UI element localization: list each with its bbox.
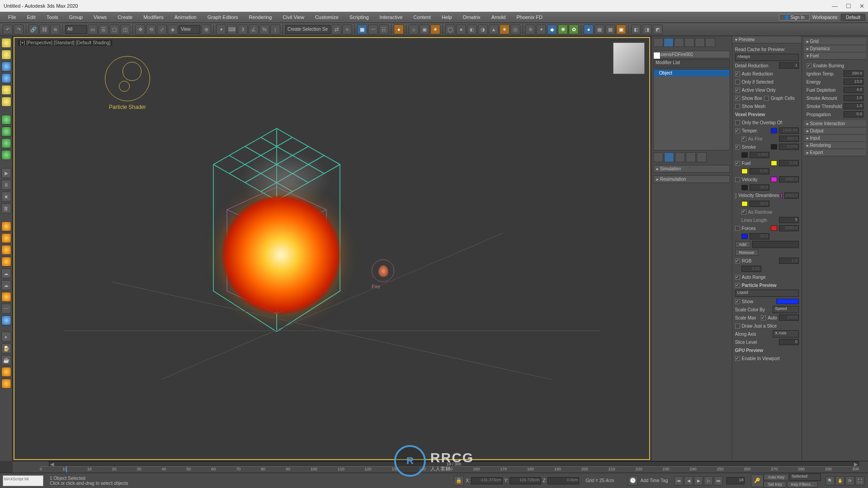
show-box-checkbox[interactable] — [735, 96, 740, 101]
undo-icon[interactable]: ↶ — [3, 24, 13, 34]
workspaces-dropdown[interactable]: Default — [841, 14, 865, 21]
redo-icon[interactable]: ↷ — [14, 24, 24, 34]
only-selected-checkbox[interactable] — [735, 80, 740, 84]
temper-checkbox[interactable] — [735, 128, 740, 133]
px9-icon[interactable]: ▣ — [616, 24, 626, 34]
px3-icon[interactable]: ◆ — [547, 24, 557, 34]
pfd-smoke-icon[interactable]: ☁ — [1, 268, 11, 278]
close-icon[interactable]: ✕ — [859, 3, 864, 9]
modstack-item[interactable]: Object — [654, 70, 730, 76]
ring-icon[interactable]: ◎ — [510, 24, 520, 34]
show-mesh-checkbox[interactable] — [735, 104, 740, 109]
auto-scalemax-checkbox[interactable] — [761, 315, 766, 320]
px8-icon[interactable]: ▩ — [605, 24, 615, 34]
modify-tab-icon[interactable] — [664, 38, 674, 47]
pfd-icon-9[interactable] — [1, 138, 11, 148]
signin-button[interactable]: 👤 Sign In — [779, 14, 810, 21]
px6-icon[interactable]: ● — [584, 24, 594, 34]
menu-animation[interactable]: Animation — [169, 12, 202, 23]
selection-filter-dropdown[interactable]: All — [65, 25, 87, 34]
pfd-icon-1[interactable] — [1, 38, 11, 48]
rollout-simulation[interactable]: Simulation — [653, 165, 730, 173]
z-input[interactable]: 0.0cm — [547, 477, 579, 484]
unlink-icon[interactable]: ⛓ — [39, 24, 49, 34]
nav-max-icon[interactable]: ⛶ — [855, 476, 864, 485]
menu-phoenixfd[interactable]: Phoenix FD — [511, 12, 547, 23]
fire-source-gizmo[interactable]: Fire — [372, 259, 394, 289]
menu-interactive[interactable]: Interactive — [374, 12, 408, 23]
menu-arnold[interactable]: Arnold — [486, 12, 511, 23]
pfd-paint-icon[interactable] — [1, 367, 11, 377]
pfd-play-icon[interactable]: ▶ — [1, 168, 11, 178]
remove-mod-icon[interactable] — [686, 152, 696, 162]
sphere1-icon[interactable]: ◯ — [445, 24, 455, 34]
rollout-rendering[interactable]: Rendering — [804, 142, 866, 149]
motion-tab-icon[interactable] — [684, 38, 694, 47]
nav-orbit-icon[interactable]: ⟳ — [845, 476, 854, 485]
next-frame-icon[interactable]: ▷ — [704, 476, 713, 485]
ignition-temp-input[interactable]: 290.0 — [844, 70, 863, 77]
select-name-icon[interactable]: ☰ — [99, 24, 108, 34]
auto-reduction-checkbox[interactable] — [735, 71, 740, 76]
menu-create[interactable]: Create — [112, 12, 138, 23]
rollout-dynamics[interactable]: Dynamics — [804, 45, 866, 52]
viewport-label[interactable]: [+] [Perspective] [Standard] [Default Sh… — [18, 40, 112, 46]
active-view-checkbox[interactable] — [735, 88, 740, 93]
velocity-checkbox[interactable] — [735, 177, 740, 182]
spinner-snap-icon[interactable]: ↕ — [270, 24, 280, 34]
scaleby-dropdown[interactable]: Speed — [773, 306, 799, 313]
minimize-icon[interactable]: — — [832, 3, 838, 9]
pfd-burst-icon[interactable] — [1, 257, 11, 267]
render-setup-icon[interactable]: ☼ — [409, 24, 419, 34]
pfd-coffee-icon[interactable]: ☕ — [1, 355, 11, 365]
sphere4-icon[interactable]: ◑ — [478, 24, 488, 34]
bind-icon[interactable]: ≋ — [50, 24, 60, 34]
show-swatch[interactable] — [776, 299, 799, 304]
rgb-checkbox[interactable] — [735, 258, 740, 263]
pfd-pause-icon[interactable]: ⏸ — [1, 180, 11, 190]
rainbow-checkbox[interactable] — [741, 210, 746, 215]
menu-civilview[interactable]: Civil View — [277, 12, 309, 23]
cone-icon[interactable]: ▲ — [489, 24, 499, 34]
enable-burning-checkbox[interactable] — [807, 63, 811, 68]
pfd-blood-icon[interactable] — [1, 379, 11, 389]
current-frame-input[interactable]: 18 — [726, 477, 745, 484]
x-input[interactable]: -131.373cm — [471, 477, 503, 484]
pivot-icon[interactable]: ⊕ — [201, 24, 211, 34]
pfd-trash-icon[interactable]: 🗑 — [1, 203, 11, 213]
rollout-output[interactable]: Output — [804, 127, 866, 135]
rollout-fuel[interactable]: Fuel — [804, 52, 866, 60]
material-editor-icon[interactable]: ● — [394, 24, 404, 34]
nav-zoom-icon[interactable]: 🔍 — [826, 476, 835, 485]
rotate-icon[interactable]: ⟲ — [146, 24, 156, 34]
menu-edit[interactable]: Edit — [22, 12, 41, 23]
rollout-export[interactable]: Export — [804, 149, 866, 156]
viewcube[interactable] — [613, 42, 645, 74]
render-icon[interactable]: ☀ — [430, 24, 440, 34]
timeline-marker[interactable] — [66, 466, 67, 473]
utilities-tab-icon[interactable] — [705, 38, 715, 47]
object-name-input[interactable]: PhoenixFDFire001 — [653, 51, 730, 58]
rollout-input[interactable]: Input — [804, 135, 866, 142]
goto-start-icon[interactable]: ⏮ — [674, 476, 683, 485]
object-color-swatch[interactable] — [653, 52, 660, 59]
asfire-checkbox[interactable] — [741, 136, 746, 141]
rect-region-icon[interactable]: ▢ — [109, 24, 119, 34]
px11-icon[interactable]: ◨ — [642, 24, 652, 34]
sphere2-icon[interactable]: ● — [456, 24, 466, 34]
pfd-fire2-icon[interactable] — [1, 233, 11, 243]
smoke-swatch[interactable] — [771, 144, 777, 150]
menu-views[interactable]: Views — [88, 12, 112, 23]
smoke-amount-input[interactable]: 1.0 — [844, 95, 863, 101]
menu-help[interactable]: Help — [436, 12, 458, 23]
forces-checkbox[interactable] — [735, 226, 740, 231]
configure-sets-icon[interactable] — [697, 152, 707, 162]
schematic-icon[interactable]: ☷ — [379, 24, 389, 34]
window-crossing-icon[interactable]: ◫ — [120, 24, 130, 34]
pfd-icon-3[interactable] — [1, 61, 11, 71]
pfd-icon-4[interactable] — [1, 73, 11, 83]
particle-shader-gizmo[interactable]: Particle Shader — [105, 56, 150, 110]
move-icon[interactable]: ✥ — [135, 24, 145, 34]
modifier-list-dropdown[interactable]: Modifier List — [653, 59, 730, 68]
rollout-scene-interaction[interactable]: Scene Interaction — [804, 120, 866, 127]
